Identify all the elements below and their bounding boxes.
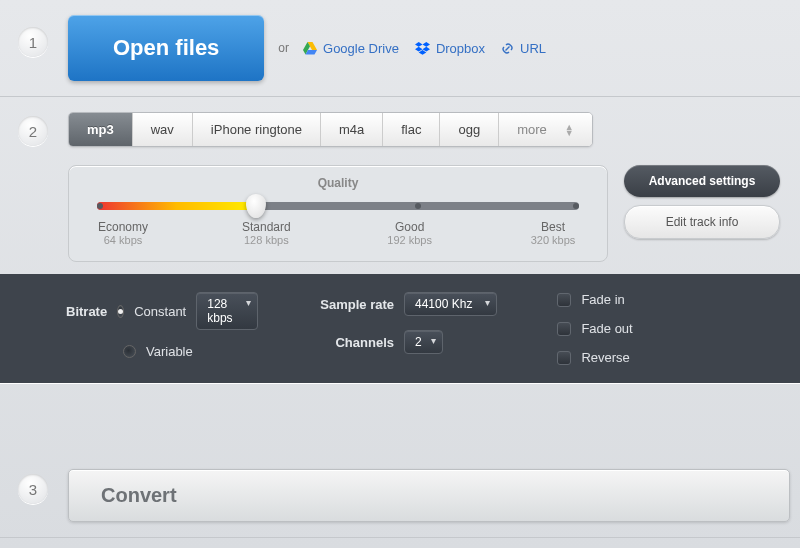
tab-wav[interactable]: wav [133,113,193,146]
quality-label-best: Best320 kbps [523,220,583,246]
sample-rate-select[interactable]: 44100 Khz [404,292,497,316]
bitrate-col: Bitrate Constant 128 kbps Variable [66,292,246,365]
dropbox-label: Dropbox [436,41,485,56]
tab-iphone-ringtone[interactable]: iPhone ringtone [193,113,321,146]
tab-more-label: more [517,122,547,137]
google-drive-icon [303,42,317,55]
fade-in-label: Fade in [581,292,624,307]
section-open: 1 Open files or Google Drive Dropbox URL [0,0,800,97]
effects-col: Fade in Fade out Reverse [557,292,632,365]
quality-labels: Economy64 kbps Standard128 kbps Good192 … [93,220,583,246]
bitrate-variable-radio[interactable] [123,345,136,358]
or-text: or [278,41,289,55]
url-link[interactable]: URL [501,41,546,56]
tab-m4a[interactable]: m4a [321,113,383,146]
sample-col: Sample rate 44100 Khz Channels 2 [316,292,497,365]
format-content: mp3 wav iPhone ringtone m4a flac ogg mor… [68,112,790,262]
cloud-links: Google Drive Dropbox URL [303,41,546,56]
section-format: 2 mp3 wav iPhone ringtone m4a flac ogg m… [0,97,800,262]
reverse-checkbox[interactable] [557,351,571,365]
step-number-2: 2 [18,116,48,146]
chevron-updown-icon: ▲▼ [565,124,574,136]
slider-fill [97,202,256,210]
edit-track-info-button[interactable]: Edit track info [624,205,780,239]
slider-tick [573,203,579,209]
format-tabs: mp3 wav iPhone ringtone m4a flac ogg mor… [68,112,593,147]
quality-label-good: Good192 kbps [380,220,440,246]
bitrate-variable-label: Variable [146,344,193,359]
url-label: URL [520,41,546,56]
slider-knob[interactable] [246,194,266,218]
fade-out-label: Fade out [581,321,632,336]
tab-ogg[interactable]: ogg [440,113,499,146]
quality-title: Quality [93,176,583,190]
bitrate-select[interactable]: 128 kbps [196,292,257,330]
open-files-button[interactable]: Open files [68,15,264,81]
section-convert: 3 Convert [0,383,800,538]
dropbox-link[interactable]: Dropbox [415,41,485,56]
slider-tick [415,203,421,209]
step-number-1: 1 [18,27,48,57]
bitrate-constant-label: Constant [134,304,186,319]
convert-content: Convert [68,469,790,522]
quality-slider[interactable] [97,202,579,210]
quality-panel: Quality Economy64 kbps Standard128 kbps … [68,165,790,262]
bitrate-label: Bitrate [66,304,107,319]
dropbox-icon [415,42,430,55]
channels-label: Channels [316,335,394,350]
slider-tick [97,203,103,209]
reverse-label: Reverse [581,350,629,365]
tab-mp3[interactable]: mp3 [69,113,133,146]
convert-button[interactable]: Convert [68,469,790,522]
side-buttons: Advanced settings Edit track info [624,165,780,239]
google-drive-link[interactable]: Google Drive [303,41,399,56]
step-number-3: 3 [18,474,48,504]
advanced-panel: Bitrate Constant 128 kbps Variable Sampl… [0,274,800,383]
quality-label-standard: Standard128 kbps [236,220,296,246]
tab-more[interactable]: more ▲▼ [499,113,592,146]
sample-rate-label: Sample rate [316,297,394,312]
tab-flac[interactable]: flac [383,113,440,146]
fade-out-checkbox[interactable] [557,322,571,336]
open-row: Open files or Google Drive Dropbox URL [68,15,790,81]
link-icon [501,42,514,55]
advanced-settings-button[interactable]: Advanced settings [624,165,780,197]
bitrate-constant-radio[interactable] [117,305,124,318]
quality-box: Quality Economy64 kbps Standard128 kbps … [68,165,608,262]
channels-select[interactable]: 2 [404,330,443,354]
google-drive-label: Google Drive [323,41,399,56]
fade-in-checkbox[interactable] [557,293,571,307]
quality-label-economy: Economy64 kbps [93,220,153,246]
